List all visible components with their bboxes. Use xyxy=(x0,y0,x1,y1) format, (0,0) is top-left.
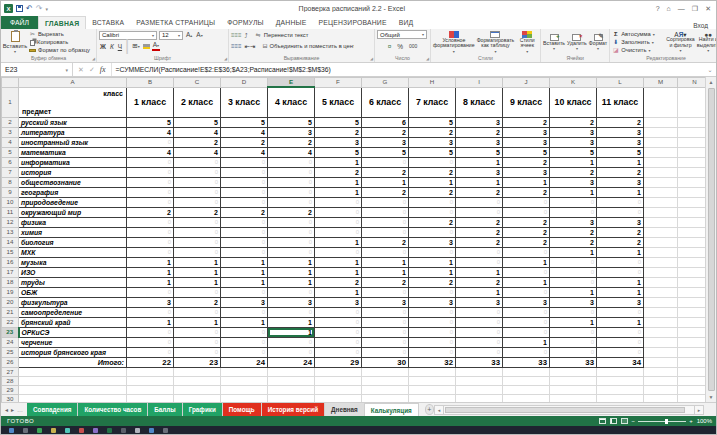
undo-icon[interactable]: ↶ xyxy=(26,5,33,12)
cell[interactable] xyxy=(644,247,678,257)
value-cell[interactable]: 0 xyxy=(127,247,174,257)
subject-cell[interactable]: математика xyxy=(19,147,127,157)
class-header-cell[interactable]: 11 класс xyxy=(597,87,644,117)
row-header[interactable]: 15 xyxy=(2,247,19,257)
cell[interactable] xyxy=(409,376,456,385)
class-header-cell[interactable]: 3 класс xyxy=(221,87,268,117)
row-header[interactable]: 5 xyxy=(2,147,19,157)
align-top-icon[interactable]: ≡≡≡ xyxy=(231,32,242,38)
cell[interactable] xyxy=(597,394,644,402)
value-cell[interactable]: 1 xyxy=(456,287,503,297)
value-cell[interactable]: 1 xyxy=(597,247,644,257)
subject-cell[interactable]: МХК xyxy=(19,247,127,257)
row-header[interactable]: 10 xyxy=(2,197,19,207)
value-cell[interactable]: 1 xyxy=(597,287,644,297)
value-cell[interactable]: 0 xyxy=(268,227,315,237)
row-header[interactable]: 3 xyxy=(2,127,19,137)
align-left-icon[interactable]: ≡≡≡ xyxy=(231,43,242,49)
taskbar-icon[interactable] xyxy=(79,428,84,433)
value-cell[interactable]: 0 xyxy=(456,347,503,357)
column-header[interactable]: B xyxy=(127,78,174,88)
value-cell[interactable]: 0 xyxy=(127,197,174,207)
value-cell[interactable]: 2 xyxy=(503,187,550,197)
value-cell[interactable]: 1 xyxy=(221,257,268,267)
value-cell[interactable]: 0 xyxy=(362,287,409,297)
number-format-combo[interactable]: Общий▾ xyxy=(377,30,427,39)
cell[interactable] xyxy=(644,257,678,267)
value-cell[interactable]: 1 xyxy=(550,247,597,257)
value-cell[interactable]: 1 xyxy=(456,157,503,167)
value-cell[interactable]: 0 xyxy=(550,197,597,207)
tab-review[interactable]: РЕЦЕНЗИРОВАНИЕ xyxy=(313,16,393,29)
insert-function-icon[interactable]: fx xyxy=(100,65,106,74)
cell[interactable] xyxy=(456,367,503,376)
active-cell[interactable]: 1 xyxy=(268,327,315,337)
clear-button[interactable]: ◪ Очистить▾ xyxy=(612,47,664,54)
taskbar-icon[interactable] xyxy=(93,428,98,433)
value-cell[interactable]: 0 xyxy=(362,197,409,207)
paste-button[interactable]: Вставить ▾ xyxy=(3,30,27,55)
value-cell[interactable]: 0 xyxy=(315,327,362,337)
cell[interactable] xyxy=(597,367,644,376)
save-icon[interactable] xyxy=(16,5,23,12)
value-cell[interactable]: 0 xyxy=(221,167,268,177)
value-cell[interactable]: 0 xyxy=(127,287,174,297)
value-cell[interactable]: 0 xyxy=(550,337,597,347)
page-layout-view-icon[interactable] xyxy=(610,418,617,424)
value-cell[interactable]: 2 xyxy=(174,297,221,307)
cell[interactable] xyxy=(456,394,503,402)
column-header[interactable]: L xyxy=(597,78,644,88)
cell[interactable] xyxy=(644,337,678,347)
value-cell[interactable]: 2 xyxy=(456,277,503,287)
value-cell[interactable]: 0 xyxy=(362,337,409,347)
value-cell[interactable]: 0 xyxy=(550,257,597,267)
sort-filter-button[interactable]: АЯ▾ Сортировка и фильтр ▾ xyxy=(666,30,694,55)
fill-handle[interactable] xyxy=(312,335,315,338)
value-cell[interactable]: 0 xyxy=(127,227,174,237)
sheet-nav-more-icon[interactable]: … xyxy=(17,407,23,413)
row-header[interactable]: 22 xyxy=(2,317,19,327)
value-cell[interactable]: 0 xyxy=(268,197,315,207)
row-header[interactable]: 9 xyxy=(2,187,19,197)
find-select-button[interactable]: ●● Найти и выделить ▾ xyxy=(697,30,716,55)
cell[interactable] xyxy=(644,376,678,385)
vertical-scrollbar[interactable]: ▲ ▼ xyxy=(705,77,716,402)
row-header[interactable]: 19 xyxy=(2,287,19,297)
value-cell[interactable]: 5 xyxy=(503,147,550,157)
value-cell[interactable]: 1 xyxy=(597,187,644,197)
copy-button[interactable]: Копировать xyxy=(29,39,90,46)
subject-cell[interactable]: история xyxy=(19,167,127,177)
cell[interactable] xyxy=(268,385,315,394)
subject-cell[interactable]: самоопределение xyxy=(19,307,127,317)
value-cell[interactable]: 2 xyxy=(503,157,550,167)
value-cell[interactable]: 0 xyxy=(456,247,503,257)
value-cell[interactable]: 0 xyxy=(315,217,362,227)
cell[interactable] xyxy=(550,385,597,394)
value-cell[interactable]: 2 xyxy=(456,127,503,137)
cell[interactable] xyxy=(644,177,678,187)
value-cell[interactable]: 5 xyxy=(221,117,268,127)
total-cell[interactable]: 32 xyxy=(409,357,456,367)
class-header-cell[interactable]: 5 класс xyxy=(315,87,362,117)
cell[interactable] xyxy=(644,127,678,137)
subject-cell[interactable]: окружающий мир xyxy=(19,207,127,217)
sheet-tab-item[interactable]: Графики xyxy=(183,403,223,416)
tab-page-layout[interactable]: РАЗМЕТКА СТРАНИЦЫ xyxy=(130,16,221,29)
value-cell[interactable]: 2 xyxy=(409,127,456,137)
row-header[interactable]: 12 xyxy=(2,217,19,227)
zoom-out-icon[interactable]: − xyxy=(632,418,636,424)
value-cell[interactable]: 2 xyxy=(503,217,550,227)
value-cell[interactable]: 5 xyxy=(409,117,456,127)
row-header[interactable]: 16 xyxy=(2,257,19,267)
cell[interactable] xyxy=(362,376,409,385)
cell-styles-button[interactable]: Стили ячеек ▾ xyxy=(516,30,538,55)
formula-bar-expand-icon[interactable]: ⌄ xyxy=(704,63,716,76)
cell[interactable] xyxy=(221,385,268,394)
cell[interactable] xyxy=(19,367,127,376)
subject-cell[interactable]: труды xyxy=(19,277,127,287)
cell[interactable] xyxy=(456,385,503,394)
value-cell[interactable]: 4 xyxy=(221,127,268,137)
cell[interactable] xyxy=(644,347,678,357)
total-cell[interactable]: 23 xyxy=(174,357,221,367)
value-cell[interactable]: 1 xyxy=(550,187,597,197)
